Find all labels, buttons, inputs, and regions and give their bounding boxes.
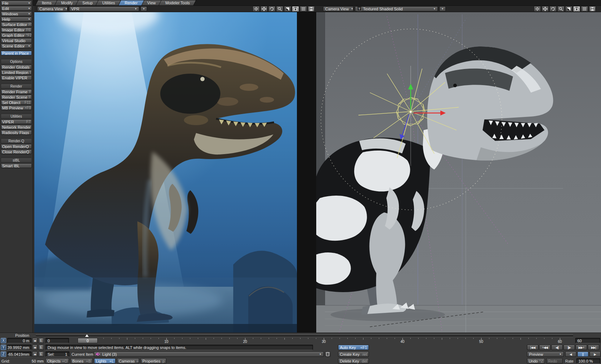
next-key-button[interactable]: ▶▶+: [576, 345, 587, 350]
viewport-menu-icon[interactable]: [581, 6, 588, 12]
axis-x-button[interactable]: X: [1, 338, 6, 343]
viewport-options-dropdown[interactable]: ▼: [141, 6, 147, 11]
bones-button[interactable]: Bones+B: [70, 358, 93, 364]
network-render-button[interactable]: Network Render: [1, 125, 32, 129]
timeline-ruler[interactable]: 0102030405060 0: [70, 338, 574, 344]
tab-modify[interactable]: Modify: [56, 0, 78, 5]
menu-edit[interactable]: Edit▼: [1, 6, 32, 11]
tab-modeler-tools[interactable]: Modeler Tools: [160, 0, 195, 5]
center-item-icon[interactable]: [534, 6, 541, 12]
graph-editor-button[interactable]: Graph Editor^F2: [1, 33, 32, 38]
render-camera-icon[interactable]: [573, 6, 580, 12]
undo-button[interactable]: Undo^Z: [527, 358, 545, 364]
tab-view[interactable]: View: [142, 0, 161, 5]
prev-key-button[interactable]: +◀◀: [539, 345, 551, 350]
close-renderq-button[interactable]: Close RenderQ: [1, 149, 32, 154]
position-z-value[interactable]: -65.0419mm: [7, 351, 31, 357]
sel-value: 1: [65, 352, 67, 356]
render-scene-button[interactable]: Render SceneF10: [1, 95, 32, 99]
viewport-options-dropdown[interactable]: ▼: [439, 6, 446, 11]
spinner-z-button[interactable]: ◀▶: [32, 351, 38, 357]
render-globals-button[interactable]: Render Globals: [1, 65, 32, 69]
rate-value-input[interactable]: 100.0 %: [576, 358, 600, 364]
scene-editor-button[interactable]: Scene Editor▼: [1, 44, 32, 48]
center-item-icon[interactable]: [253, 6, 260, 12]
limited-region-button[interactable]: Limited Regionl: [1, 70, 32, 75]
sel-object-button[interactable]: Sel ObjectF11: [1, 100, 32, 105]
properties-icon: [326, 352, 329, 356]
jump-end-button[interactable]: ▶▶|: [588, 345, 599, 350]
menu-windows[interactable]: Windows▼: [1, 11, 32, 16]
tab-setup[interactable]: Setup: [77, 0, 98, 5]
pan-view-icon[interactable]: [542, 6, 549, 12]
play-reverse-button[interactable]: ◀: [565, 351, 576, 357]
spinner-x-button[interactable]: ◀▶: [32, 338, 38, 343]
tab-utilities[interactable]: Utilities: [97, 0, 120, 5]
pause-button[interactable]: ||: [577, 351, 588, 357]
envelope-z-button[interactable]: E: [38, 351, 44, 357]
item-properties-mini-button[interactable]: [325, 351, 331, 357]
current-item-dropdown[interactable]: Light (3) ▼: [94, 351, 324, 357]
save-view-icon[interactable]: [589, 6, 596, 12]
pan-view-icon[interactable]: [260, 6, 268, 12]
prev-frame-button[interactable]: ◀||: [551, 345, 563, 350]
menu-file[interactable]: File▼: [1, 1, 32, 5]
frame-input[interactable]: 0: [45, 338, 69, 343]
viewport-menu-icon[interactable]: [300, 6, 307, 12]
parent-in-place-button[interactable]: Parent in Place: [1, 51, 32, 55]
opengl-viewport-canvas[interactable]: [316, 12, 601, 333]
view-mode-dropdown[interactable]: Camera View▼: [37, 6, 68, 11]
view-mode-dropdown[interactable]: Camera View▼: [323, 6, 353, 11]
create-key-button[interactable]: Create Keyret: [338, 351, 369, 357]
rotate-view-icon[interactable]: [268, 6, 275, 12]
end-frame-input[interactable]: 60: [575, 338, 600, 343]
group-title-utilities: Utilities: [1, 114, 32, 119]
spinner-y-button[interactable]: ◀▶: [32, 345, 38, 350]
transport-buttons: ◀||▶: [565, 351, 601, 357]
render-camera-icon[interactable]: [292, 6, 299, 12]
auto-key-button[interactable]: Auto Key+F1: [338, 345, 369, 350]
axis-y-button[interactable]: Y: [1, 345, 6, 350]
surface-editor-button[interactable]: Surface EditorF5: [1, 22, 32, 27]
mb-preview-button[interactable]: MB Preview+F9: [1, 105, 32, 110]
preview-dropdown[interactable]: Preview ▼: [527, 351, 564, 357]
shading-mode-dropdown[interactable]: VPR▼: [69, 6, 139, 11]
render-frame-button[interactable]: Render FrameF9: [1, 89, 32, 94]
image-editor-button[interactable]: Image EditorF6: [1, 28, 32, 32]
rotate-view-icon[interactable]: [549, 6, 557, 12]
delete-key-button[interactable]: Delete Keydel: [338, 358, 369, 364]
menu-help[interactable]: Help▼: [1, 17, 32, 21]
play-forward-button[interactable]: ▶: [590, 351, 601, 357]
axis-z-button[interactable]: Z: [1, 351, 6, 357]
virtual-studio-button[interactable]: Virtual Studio: [1, 38, 32, 43]
envelope-y-button[interactable]: E: [38, 345, 44, 350]
right-viewport-header: Camera View▼TTextured Shaded Solid▼▼: [316, 6, 601, 12]
vpr-viewport-canvas[interactable]: [34, 12, 297, 333]
open-renderq-button[interactable]: Open RenderQ: [1, 144, 32, 149]
maximize-viewport-icon[interactable]: [284, 6, 291, 12]
enable-viper-button[interactable]: Enable VIPER: [1, 75, 32, 80]
zoom-view-icon[interactable]: [557, 6, 565, 12]
chevron-down-icon: ▼: [317, 353, 322, 355]
jump-start-button[interactable]: |◀◀: [527, 345, 538, 350]
shading-mode-dropdown[interactable]: TTextured Shaded Solid▼: [355, 6, 438, 11]
cameras-button[interactable]: Cameras+C: [117, 358, 139, 364]
next-frame-button[interactable]: ||▶: [563, 345, 575, 350]
save-view-icon[interactable]: [308, 6, 315, 12]
objects-button[interactable]: Objects+O: [45, 358, 69, 364]
properties-button[interactable]: Propertiesp: [141, 358, 166, 364]
tab-render[interactable]: Render: [119, 0, 143, 5]
zoom-view-icon[interactable]: [276, 6, 283, 12]
timeline-scrub-handle[interactable]: 0: [78, 338, 98, 343]
position-y-value[interactable]: 39.9992 mm: [7, 345, 31, 350]
envelope-x-button[interactable]: E: [38, 338, 44, 343]
position-x-value[interactable]: 0 m: [7, 338, 31, 343]
viper-button[interactable]: VIPERF7: [1, 119, 32, 124]
redo-button[interactable]: Redo: [546, 358, 563, 364]
maximize-viewport-icon[interactable]: [565, 6, 572, 12]
tab-items[interactable]: Items: [36, 0, 57, 5]
chevron-down-icon: ▼: [431, 8, 436, 10]
smart-ibl-button[interactable]: Smart IBL: [1, 163, 32, 168]
radiosity-flags-button[interactable]: Radiosity Flags: [1, 130, 32, 135]
lights-button[interactable]: Lights+L: [94, 358, 116, 364]
